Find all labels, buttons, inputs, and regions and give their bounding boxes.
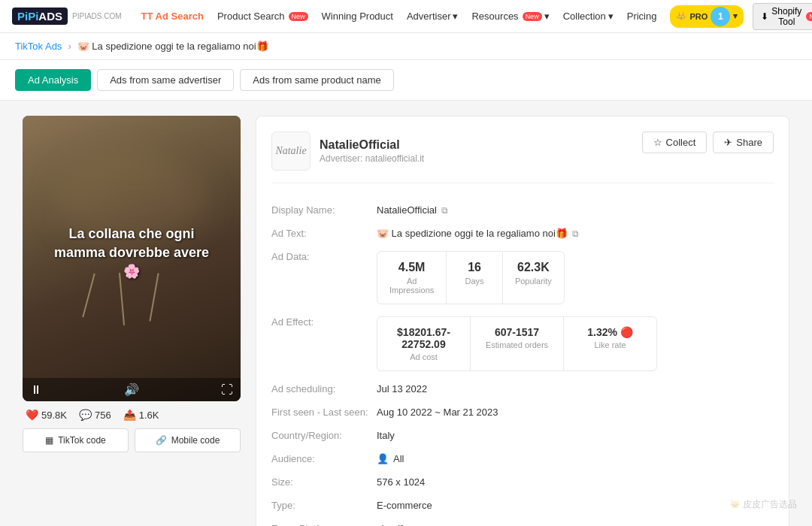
video-container: La collana che ogni mamma dovrebbe avere… xyxy=(23,116,241,401)
navbar: PiPiADS PIPIADS.COM TT Ad Search Product… xyxy=(0,0,812,33)
cost-card: $18201.67-22752.09 Ad cost xyxy=(377,317,471,370)
advertiser-actions: ☆ Collect ✈ Share xyxy=(642,132,774,153)
ad-effect-cards: $18201.67-22752.09 Ad cost 607-1517 Esti… xyxy=(377,316,657,371)
star-icon: ☆ xyxy=(653,137,662,148)
display-name-row: Display Name: NatalieOfficial ⧉ xyxy=(271,198,774,222)
size-row: Size: 576 x 1024 xyxy=(271,470,774,494)
heart-icon: ❤️ xyxy=(26,409,38,421)
comment-icon: 💬 xyxy=(79,409,92,421)
first-last-row: First seen - Last seen: Aug 10 2022 ~ Ma… xyxy=(271,401,774,424)
breadcrumb: TikTok Ads › 🐷 La spedizione oggi te la … xyxy=(0,33,812,60)
tab-ad-analysis[interactable]: Ad Analysis xyxy=(15,69,91,91)
detail-panel: Natalie NatalieOfficial Advertiser: nata… xyxy=(256,116,789,526)
avatar[interactable]: 1 xyxy=(710,7,730,26)
scheduling-row: Ad scheduling: Jul 13 2022 xyxy=(271,377,774,401)
breadcrumb-current: 🐷 La spedizione oggi te la regaliamo noi… xyxy=(77,41,268,52)
grid-icon: ▦ xyxy=(45,435,53,446)
nav-tt-ad-search[interactable]: TT Ad Search xyxy=(141,11,204,22)
ecom-value: shopify xyxy=(377,523,774,526)
first-last-value: Aug 10 2022 ~ Mar 21 2023 xyxy=(377,407,774,418)
nav-right: 👑 PRO 1 ▾ ⬇ Shopify Tool New xyxy=(670,3,812,30)
likes-stat: ❤️ 59.8K xyxy=(26,409,67,421)
impressions-card: 4.5M Ad Impressions xyxy=(377,252,447,304)
orders-card: 607-1517 Estimated orders xyxy=(471,317,564,370)
advertiser-logo: Natalie xyxy=(271,132,311,171)
video-panel: La collana che ogni mamma dovrebbe avere… xyxy=(23,116,241,526)
ad-text-value: 🐷 La spedizione oggi te la regaliamo noi… xyxy=(377,228,568,239)
copy-icon[interactable]: ⧉ xyxy=(441,205,448,216)
nav-resources[interactable]: Resources New ▾ xyxy=(471,11,549,22)
likerate-card: 1.32% 🔴 Like rate xyxy=(564,317,656,370)
share-icon: 📤 xyxy=(123,409,136,421)
watermark: 🐱 皮皮广告选品 xyxy=(729,498,797,511)
send-icon: ✈ xyxy=(724,137,732,148)
scheduling-value: Jul 13 2022 xyxy=(377,383,774,394)
share-button[interactable]: ✈ Share xyxy=(713,132,774,153)
video-overlay-text: La collana che ogni mamma dovrebbe avere… xyxy=(44,225,219,282)
video-buttons: ▦ TikTok code 🔗 Mobile code xyxy=(23,428,241,452)
nav-winning-product[interactable]: Winning Product xyxy=(322,11,393,22)
link-icon: 🔗 xyxy=(156,435,167,446)
tabs-bar: Ad Analysis Ads from same advertiser Ads… xyxy=(0,60,812,101)
pro-badge: 👑 PRO 1 ▾ xyxy=(670,5,744,28)
copy-icon-2[interactable]: ⧉ xyxy=(572,228,579,239)
comments-stat: 💬 756 xyxy=(79,409,111,421)
popularity-card: 62.3K Popularity xyxy=(503,252,564,304)
country-row: Country/Region: Italy xyxy=(271,424,774,447)
video-stats: ❤️ 59.8K 💬 756 📤 1.6K xyxy=(23,401,241,428)
collect-button[interactable]: ☆ Collect xyxy=(642,132,707,153)
fullscreen-icon[interactable]: ⛶ xyxy=(221,383,233,397)
shares-stat: 📤 1.6K xyxy=(123,409,159,421)
logo-icon: PiPiADS xyxy=(12,8,68,25)
mobile-code-button[interactable]: 🔗 Mobile code xyxy=(135,428,241,452)
size-value: 576 x 1024 xyxy=(377,476,774,488)
shopify-tool-button[interactable]: ⬇ Shopify Tool New xyxy=(753,3,812,30)
type-row: Type: E-commerce xyxy=(271,494,774,517)
ad-text-row: Ad Text: 🐷 La spedizione oggi te la rega… xyxy=(271,222,774,245)
display-name-value: NatalieOfficial xyxy=(377,204,437,216)
advertiser-name: NatalieOfficial xyxy=(320,138,424,152)
tab-same-advertiser[interactable]: Ads from same advertiser xyxy=(97,69,234,91)
advertiser-header: Natalie NatalieOfficial Advertiser: nata… xyxy=(271,132,774,183)
breadcrumb-tiktok-ads[interactable]: TikTok Ads xyxy=(15,41,62,52)
video-controls: ⏸ 🔊 ⛶ xyxy=(23,378,241,401)
advertiser-url: natalieofficial.it xyxy=(365,153,425,164)
logo[interactable]: PiPiADS PIPIADS.COM xyxy=(12,8,122,25)
days-card: 16 Days xyxy=(447,252,503,304)
advertiser-info: Natalie NatalieOfficial Advertiser: nata… xyxy=(271,132,424,171)
audience-value: All xyxy=(393,453,404,464)
ecom-row: Ecom Platform: shopify xyxy=(271,517,774,526)
tab-same-product[interactable]: Ads from same product name xyxy=(240,69,394,91)
country-value: Italy xyxy=(377,430,774,441)
play-pause-icon[interactable]: ⏸ xyxy=(30,383,42,397)
nav-collection[interactable]: Collection ▾ xyxy=(563,11,614,22)
logo-subtext: PIPIADS.COM xyxy=(72,13,122,20)
ad-effect-row: Ad Effect: $18201.67-22752.09 Ad cost 60… xyxy=(271,310,774,377)
nav-product-search[interactable]: Product Search New xyxy=(217,11,308,22)
nav-pricing[interactable]: Pricing xyxy=(627,11,657,22)
volume-icon[interactable]: 🔊 xyxy=(124,382,139,397)
audience-row: Audience: 👤 All xyxy=(271,447,774,470)
ad-data-cards: 4.5M Ad Impressions 16 Days 62.3K Popula… xyxy=(377,251,565,304)
ad-data-row: Ad Data: 4.5M Ad Impressions 16 Days 62.… xyxy=(271,245,774,310)
type-value: E-commerce xyxy=(377,500,774,511)
main-content: La collana che ogni mamma dovrebbe avere… xyxy=(8,101,804,526)
nav-advertiser[interactable]: Advertiser ▾ xyxy=(407,11,459,22)
tiktok-code-button[interactable]: ▦ TikTok code xyxy=(23,428,129,452)
audience-icon: 👤 xyxy=(377,453,389,464)
